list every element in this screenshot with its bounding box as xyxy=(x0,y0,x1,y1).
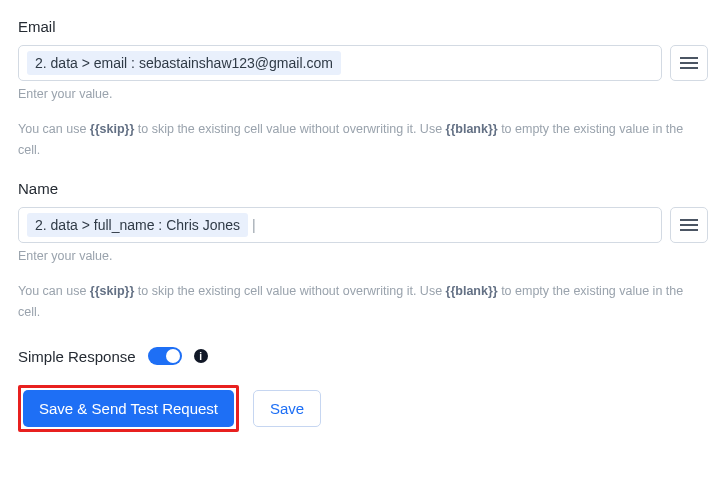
email-helper: Enter your value. xyxy=(18,87,708,101)
field-email: Email 2. data > email : sebastainshaw123… xyxy=(18,18,708,101)
note-part2-b: to skip the existing cell value without … xyxy=(134,284,445,298)
email-label: Email xyxy=(18,18,708,35)
skip-token: {{skip}} xyxy=(90,122,134,136)
blank-token-b: {{blank}} xyxy=(446,284,498,298)
save-send-test-button[interactable]: Save & Send Test Request xyxy=(23,390,234,427)
note-part2: to skip the existing cell value without … xyxy=(134,122,445,136)
blank-token: {{blank}} xyxy=(446,122,498,136)
simple-response-label: Simple Response xyxy=(18,348,136,365)
name-options-button[interactable] xyxy=(670,207,708,243)
simple-response-row: Simple Response i xyxy=(18,347,708,365)
text-caret: | xyxy=(252,217,256,233)
field-name: Name 2. data > full_name : Chris Jones| … xyxy=(18,180,708,263)
name-chip[interactable]: 2. data > full_name : Chris Jones xyxy=(27,213,248,237)
skip-token-b: {{skip}} xyxy=(90,284,134,298)
hamburger-icon xyxy=(680,56,698,70)
name-input-row: 2. data > full_name : Chris Jones| xyxy=(18,207,708,243)
email-options-button[interactable] xyxy=(670,45,708,81)
skip-blank-note-2: You can use {{skip}} to skip the existin… xyxy=(18,281,708,324)
toggle-knob xyxy=(166,349,180,363)
simple-response-toggle[interactable] xyxy=(148,347,182,365)
save-button[interactable]: Save xyxy=(253,390,321,427)
name-label: Name xyxy=(18,180,708,197)
skip-blank-note: You can use {{skip}} to skip the existin… xyxy=(18,119,708,162)
button-row: Save & Send Test Request Save xyxy=(18,385,708,432)
highlight-box: Save & Send Test Request xyxy=(18,385,239,432)
note-part1: You can use xyxy=(18,122,90,136)
hamburger-icon xyxy=(680,218,698,232)
email-chip[interactable]: 2. data > email : sebastainshaw123@gmail… xyxy=(27,51,341,75)
name-input[interactable]: 2. data > full_name : Chris Jones| xyxy=(18,207,662,243)
info-icon[interactable]: i xyxy=(194,349,208,363)
note-part1-b: You can use xyxy=(18,284,90,298)
name-helper: Enter your value. xyxy=(18,249,708,263)
email-input[interactable]: 2. data > email : sebastainshaw123@gmail… xyxy=(18,45,662,81)
email-input-row: 2. data > email : sebastainshaw123@gmail… xyxy=(18,45,708,81)
